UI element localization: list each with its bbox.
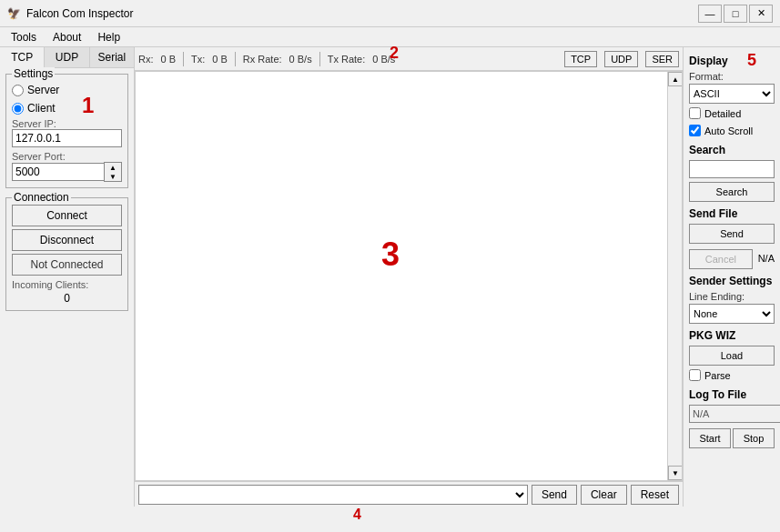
settings-group: Settings Server Client Server IP: Server… (5, 74, 128, 188)
detailed-label: Detailed (704, 108, 741, 119)
search-button[interactable]: Search (689, 182, 775, 202)
cancel-na-row: Cancel N/A (689, 247, 775, 269)
server-port-label: Server Port: (12, 151, 122, 162)
search-section-label: Search (689, 144, 775, 156)
rx-rate-value: 0 B/s (289, 54, 312, 65)
app-title: Falcon Com Inspector (26, 7, 133, 20)
server-ip-input[interactable] (12, 129, 122, 147)
tab-serial[interactable]: Serial (90, 47, 134, 67)
line-ending-label: Line Ending: (689, 291, 775, 302)
divider-1 (183, 52, 184, 66)
log-to-file-label: Log To File (689, 388, 775, 401)
start-button[interactable]: Start (689, 428, 731, 448)
connection-label: Connection (12, 191, 71, 204)
menu-help[interactable]: Help (90, 29, 127, 45)
client-radio-row: Client (12, 102, 122, 115)
input-combo[interactable] (138, 485, 528, 505)
rx-label: Rx: (138, 54, 154, 65)
server-port-input[interactable] (12, 163, 104, 181)
server-radio-row: Server (12, 84, 122, 96)
udp-filter-btn[interactable]: UDP (604, 51, 638, 67)
tcp-filter-btn[interactable]: TCP (564, 51, 597, 67)
send-input-button[interactable]: Send (532, 485, 577, 505)
title-left: 🦅 Falcon Com Inspector (7, 7, 133, 20)
start-stop-row: Start Stop (689, 427, 775, 448)
stop-button[interactable]: Stop (733, 428, 775, 448)
title-bar: 🦅 Falcon Com Inspector — □ ✕ (0, 0, 780, 27)
connection-group: Connection Connect Disconnect Not Connec… (5, 197, 128, 311)
auto-scroll-row: Auto Scroll (689, 125, 775, 136)
pkg-wiz-label: PKG WIZ (689, 329, 775, 342)
menu-about[interactable]: About (46, 29, 88, 45)
display-section-label: Display (689, 55, 775, 67)
line-ending-select[interactable]: None CR LF CR+LF (689, 304, 775, 324)
search-input[interactable] (689, 160, 775, 178)
maximize-button[interactable]: □ (724, 5, 747, 23)
parse-row: Parse (689, 369, 775, 381)
reset-button[interactable]: Reset (631, 485, 679, 505)
tx-rate-label: Tx Rate: (328, 54, 366, 65)
scroll-thumb-area (668, 86, 682, 466)
protocol-tabs: TCP UDP Serial (0, 47, 134, 68)
load-button[interactable]: Load (689, 346, 775, 366)
scroll-up[interactable]: ▲ (668, 72, 683, 86)
tab-tcp[interactable]: TCP (0, 47, 45, 68)
divider-3 (319, 52, 320, 66)
clear-button[interactable]: Clear (581, 485, 627, 505)
send-file-button[interactable]: Send (689, 224, 775, 244)
server-ip-label: Server IP: (12, 118, 122, 129)
incoming-clients-label: Incoming Clients: (12, 279, 122, 290)
client-label: Client (27, 102, 56, 115)
detailed-row: Detailed (689, 107, 775, 119)
center-panel: 2 Rx: 0 B Tx: 0 B Rx Rate: 0 B/s Tx Rate… (135, 47, 684, 507)
parse-label: Parse (704, 370, 731, 381)
cancel-button[interactable]: Cancel (689, 249, 753, 269)
port-spinner-row: ▲ ▼ (12, 162, 122, 182)
ser-filter-btn[interactable]: SER (645, 51, 679, 67)
disconnect-button[interactable]: Disconnect (12, 229, 122, 251)
connection-status: Not Connected (12, 254, 122, 276)
server-radio[interactable] (12, 85, 24, 96)
log-area[interactable]: 3 ▲ ▼ (135, 71, 683, 481)
title-controls: — □ ✕ (698, 5, 773, 23)
scroll-down[interactable]: ▼ (668, 466, 683, 480)
divider-2 (235, 52, 236, 66)
auto-scroll-checkbox[interactable] (689, 125, 701, 136)
area-number-4: 4 (353, 507, 361, 523)
main-layout: 1 TCP UDP Serial Settings Server Client … (0, 47, 780, 507)
format-select[interactable]: ASCII HEX DEC BIN (689, 84, 775, 104)
spinner-down[interactable]: ▼ (105, 172, 121, 181)
format-label: Format: (689, 71, 775, 82)
tx-rate-value: 0 B/s (372, 54, 395, 65)
scrollbar[interactable]: ▲ ▼ (667, 72, 682, 480)
left-panel: 1 TCP UDP Serial Settings Server Client … (0, 47, 135, 507)
menu-tools[interactable]: Tools (4, 29, 44, 45)
incoming-clients-count: 0 (12, 292, 122, 305)
spinner-buttons: ▲ ▼ (104, 162, 122, 182)
tx-value: 0 B (212, 54, 228, 65)
close-button[interactable]: ✕ (749, 5, 773, 23)
detailed-checkbox[interactable] (689, 107, 701, 119)
log-file-row: N/A ... (689, 405, 775, 423)
auto-scroll-label: Auto Scroll (704, 125, 753, 136)
center-status-bar: 2 Rx: 0 B Tx: 0 B Rx Rate: 0 B/s Tx Rate… (135, 47, 683, 71)
server-label: Server (27, 84, 59, 96)
log-file-input[interactable]: N/A (689, 405, 780, 423)
spinner-up[interactable]: ▲ (105, 163, 121, 172)
app-icon: 🦅 (7, 7, 21, 20)
connect-button[interactable]: Connect (12, 205, 122, 226)
parse-checkbox[interactable] (689, 369, 701, 381)
minimize-button[interactable]: — (698, 5, 722, 23)
rx-rate-label: Rx Rate: (243, 54, 282, 65)
area-number-3: 3 (381, 236, 400, 274)
rx-value: 0 B (161, 54, 177, 65)
settings-label: Settings (12, 67, 55, 80)
menu-bar: Tools About Help (0, 27, 780, 47)
sender-settings-label: Sender Settings (689, 275, 775, 287)
tab-udp[interactable]: UDP (45, 47, 89, 67)
send-file-na: N/A (758, 253, 775, 264)
send-file-section-label: Send File (689, 207, 775, 220)
client-radio[interactable] (12, 103, 24, 115)
right-panel: 5 Display Format: ASCII HEX DEC BIN Deta… (684, 47, 780, 507)
tx-label: Tx: (191, 54, 205, 65)
